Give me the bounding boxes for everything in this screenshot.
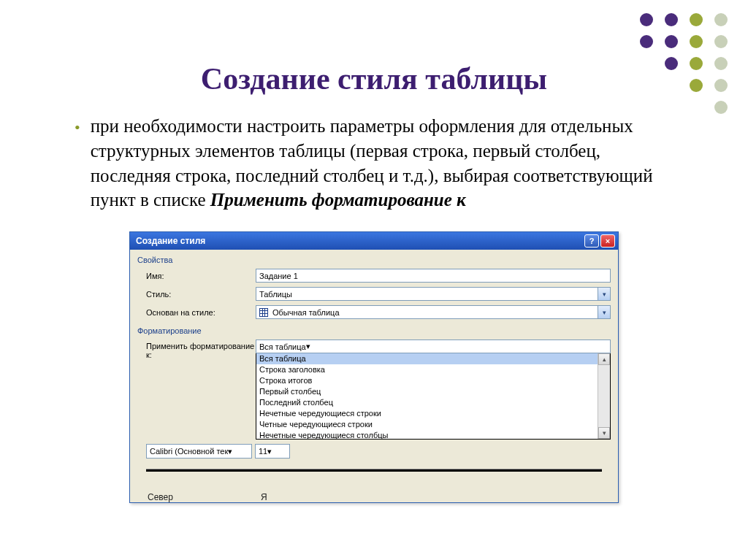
label-based-on: Основан на стиле: — [146, 308, 256, 317]
select-style-value: Таблицы — [259, 290, 292, 299]
help-button[interactable]: ? — [584, 234, 599, 248]
chevron-down-icon: ▾ — [598, 288, 610, 300]
row-based-on: Основан на стиле: Обычная таблица ▾ — [146, 305, 611, 319]
row-name: Имя: Задание 1 — [146, 269, 611, 283]
input-name[interactable]: Задание 1 — [256, 269, 611, 283]
apply-to-listbox[interactable]: Вся таблица Строка заголовка Строка итог… — [256, 353, 611, 440]
slide-body: • при необходимости настроить параметры … — [75, 114, 673, 212]
list-item[interactable]: Нечетные чередующиеся строки — [256, 408, 610, 419]
table-icon — [259, 308, 268, 317]
slide-paragraph: при необходимости настроить параметры оф… — [91, 114, 673, 212]
chevron-down-icon: ▾ — [598, 306, 610, 318]
chevron-down-icon: ▾ — [228, 447, 232, 456]
chevron-down-icon: ▾ — [306, 342, 310, 351]
select-based-on-value: Обычная таблица — [272, 308, 340, 317]
row-style: Стиль: Таблицы ▾ — [146, 287, 611, 301]
preview-divider — [146, 469, 602, 472]
list-item[interactable]: Четные чередующиеся строки — [256, 419, 610, 430]
close-button[interactable]: × — [600, 234, 615, 248]
row-font: Calibri (Основной тек ▾ 11 ▾ — [146, 444, 611, 459]
row-apply-to: Применить форматирование к: Вся таблица … — [146, 340, 611, 440]
section-formatting: Форматирование — [137, 323, 611, 338]
decor-dots — [640, 13, 732, 118]
select-based-on[interactable]: Обычная таблица ▾ — [256, 305, 611, 319]
font-size-value: 11 — [259, 447, 267, 456]
list-item[interactable]: Первый столбец — [256, 386, 610, 397]
label-apply-to: Применить форматирование к: — [146, 340, 256, 359]
list-item[interactable]: Вся таблица — [256, 353, 610, 364]
select-apply-to[interactable]: Вся таблица ▾ — [256, 340, 611, 353]
dialog-titlebar: Создание стиля ? × — [130, 232, 618, 250]
cutoff-text: Я — [261, 492, 267, 502]
scroll-down-icon[interactable]: ▾ — [598, 427, 610, 439]
slide-title: Создание стиля таблицы — [75, 61, 673, 96]
list-item[interactable]: Строка заголовка — [256, 364, 610, 375]
select-apply-to-value: Вся таблица — [259, 342, 306, 351]
list-item[interactable]: Строка итогов — [256, 375, 610, 386]
list-item[interactable]: Нечетные чередующиеся столбцы — [256, 430, 610, 440]
input-name-value: Задание 1 — [259, 272, 298, 280]
select-font-name[interactable]: Calibri (Основной тек ▾ — [146, 444, 252, 459]
cutoff-text: Север — [148, 492, 173, 502]
scrollbar[interactable]: ▴ ▾ — [598, 353, 610, 439]
select-font-size[interactable]: 11 ▾ — [255, 444, 290, 459]
label-style: Стиль: — [146, 290, 256, 299]
list-item[interactable]: Последний столбец — [256, 397, 610, 408]
font-name-value: Calibri (Основной тек — [150, 447, 228, 456]
bullet-icon: • — [75, 117, 80, 212]
paragraph-emphasis: Применить форматирование к — [210, 190, 466, 210]
preview-cutoff: Север Я — [148, 492, 611, 502]
chevron-down-icon: ▾ — [267, 447, 272, 456]
select-style[interactable]: Таблицы ▾ — [256, 287, 611, 301]
label-name: Имя: — [146, 272, 256, 280]
dialog-title: Создание стиля — [136, 236, 205, 246]
section-properties: Свойства — [137, 253, 611, 267]
scroll-up-icon[interactable]: ▴ — [598, 353, 610, 365]
style-dialog: Создание стиля ? × Свойства Имя: Задание… — [129, 231, 619, 503]
